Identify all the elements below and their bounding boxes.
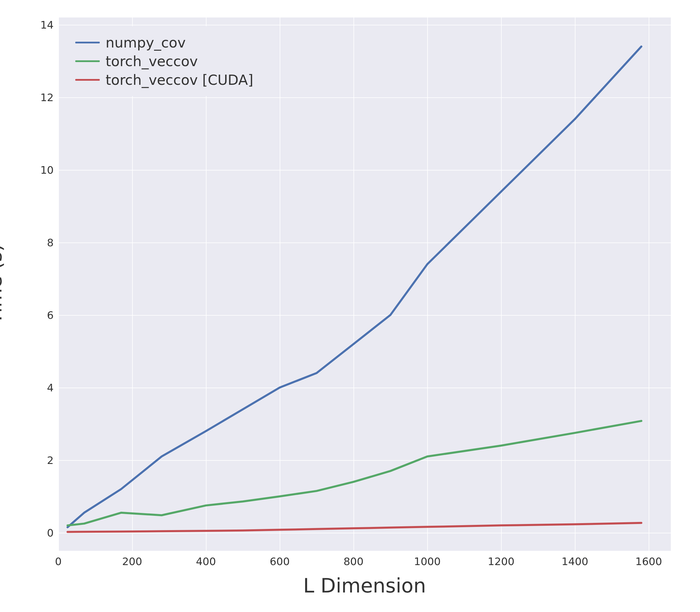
x-axis-label: L Dimension: [303, 574, 426, 597]
legend-entry: numpy_cov: [75, 34, 253, 51]
legend-entry: torch_veccov [CUDA]: [75, 72, 253, 88]
legend-entry: torch_veccov: [75, 53, 253, 69]
chart-plot-area: numpy_cov torch_veccov torch_veccov [CUD…: [58, 17, 671, 551]
legend-label: torch_veccov: [106, 53, 198, 69]
y-tick-label: 14: [40, 19, 54, 31]
legend-label: numpy_cov: [106, 34, 186, 51]
y-tick-label: 12: [40, 91, 54, 103]
chart-lines: [58, 17, 671, 551]
y-tick-label: 6: [47, 309, 54, 321]
y-tick-label: 8: [47, 236, 54, 248]
y-tick-label: 0: [47, 527, 54, 539]
x-tick-label: 1600: [635, 555, 662, 567]
y-tick-label: 2: [47, 454, 54, 466]
x-tick-label: 1200: [488, 555, 514, 567]
series-line: [68, 523, 641, 532]
legend-swatch: [75, 60, 100, 62]
y-axis-label: Time (s): [0, 244, 6, 325]
legend-swatch: [75, 42, 100, 43]
x-tick-label: 200: [122, 555, 142, 567]
x-tick-label: 800: [344, 555, 364, 567]
legend-label: torch_veccov [CUDA]: [106, 72, 253, 88]
series-line: [68, 47, 641, 527]
x-tick-label: 600: [270, 555, 290, 567]
x-tick-label: 400: [196, 555, 216, 567]
chart-legend: numpy_cov torch_veccov torch_veccov [CUD…: [67, 26, 261, 96]
legend-swatch: [75, 79, 100, 81]
x-tick-label: 0: [55, 555, 62, 567]
y-tick-label: 4: [47, 381, 54, 393]
x-tick-label: 1400: [562, 555, 588, 567]
y-tick-label: 10: [40, 164, 54, 176]
series-line: [68, 421, 641, 526]
x-tick-label: 1000: [414, 555, 441, 567]
